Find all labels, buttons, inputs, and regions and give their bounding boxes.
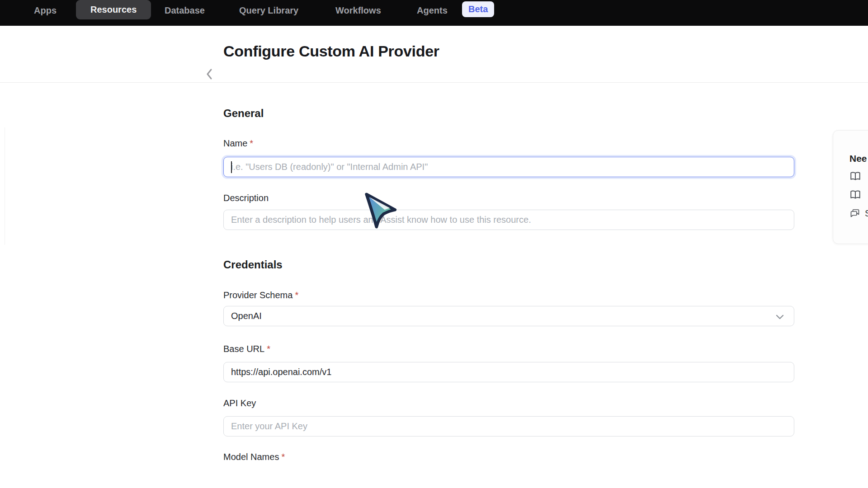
provider-schema-select[interactable]: OpenAI: [223, 306, 794, 326]
base-url-label-text: Base URL: [223, 344, 264, 354]
required-asterisk: *: [281, 452, 285, 462]
help-panel-heading: Nee: [849, 153, 868, 164]
api-key-input[interactable]: [223, 416, 794, 436]
base-url-label: Base URL*: [223, 343, 794, 354]
required-asterisk: *: [267, 344, 270, 354]
name-input-wrap: [223, 157, 794, 177]
provider-schema-value: OpenAI: [231, 311, 262, 321]
model-names-label-text: Model Names: [223, 452, 279, 462]
header-divider: [0, 82, 868, 83]
page-title: Configure Custom AI Provider: [223, 42, 868, 61]
base-url-input[interactable]: [223, 362, 794, 382]
help-panel: Nee S: [833, 130, 868, 244]
page-header: Configure Custom AI Provider: [0, 0, 868, 83]
help-link-label: S: [865, 208, 868, 219]
back-button[interactable]: [203, 67, 215, 81]
model-names-label: Model Names*: [223, 451, 794, 462]
provider-schema-label: Provider Schema*: [223, 290, 794, 300]
help-link-docs-1[interactable]: [849, 170, 868, 183]
required-asterisk: *: [250, 138, 253, 148]
book-icon: [849, 170, 861, 182]
book-icon: [849, 189, 861, 201]
name-label-text: Name: [223, 138, 247, 148]
left-panel-edge: [5, 127, 5, 245]
chevron-down-icon: [775, 312, 785, 322]
credentials-section-heading: Credentials: [223, 258, 794, 271]
required-asterisk: *: [295, 290, 298, 300]
name-label: Name*: [223, 138, 794, 149]
description-label: Description: [223, 192, 794, 203]
general-section-heading: General: [223, 107, 794, 120]
help-link-docs-2[interactable]: [849, 188, 868, 201]
name-input[interactable]: [223, 157, 794, 177]
api-key-label: API Key: [223, 398, 794, 408]
provider-schema-label-text: Provider Schema: [223, 290, 292, 300]
app-window: { "nav": { "items": [ { "label": "Apps" …: [0, 0, 868, 488]
description-input[interactable]: [223, 210, 794, 230]
chevron-left-icon: [205, 68, 213, 80]
provider-config-form: General Name* Description Credentials Pr…: [223, 107, 794, 462]
text-caret: [231, 161, 232, 173]
help-link-support[interactable]: S: [849, 207, 868, 220]
chat-icon: [849, 208, 860, 219]
